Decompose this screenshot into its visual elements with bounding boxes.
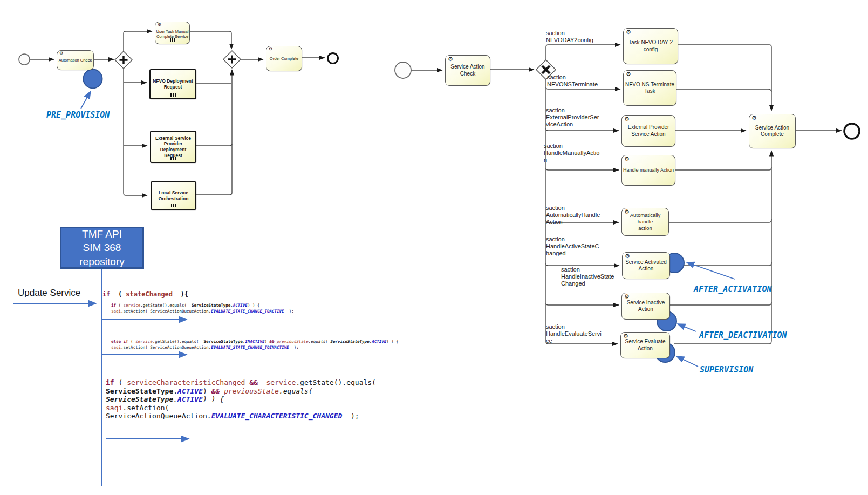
end-event-right[interactable] <box>844 124 859 139</box>
tmf-api-repository-box[interactable]: TMF API SIM 368 repository <box>60 227 144 269</box>
task-nfvo-day2-config[interactable]: ⚙ Task NFVO DAY 2 config <box>623 28 678 64</box>
task-label: External Provider Service Action <box>628 124 669 138</box>
supervision-annotation: SUPERVISION <box>700 365 753 375</box>
task-label: Service Inactive Action <box>627 300 665 313</box>
task-label: Order Complete <box>270 56 298 61</box>
pre-provision-arrow <box>81 91 91 109</box>
task-automatically-handle-action[interactable]: ⚙ Automatically handle action <box>621 208 669 236</box>
gear-icon: ⚙ <box>624 116 630 122</box>
gear-icon: ⚙ <box>626 29 631 35</box>
task-label: External Service Provider Deployment Req… <box>151 135 195 159</box>
flow-label-handleinactivestatechanged: saction HandleInactiveState Changed <box>561 266 614 287</box>
multi-instance-icon <box>170 93 176 97</box>
multi-instance-icon <box>170 38 175 42</box>
gear-icon: ⚙ <box>269 47 272 51</box>
gear-icon: ⚙ <box>751 115 757 121</box>
task-label: Service Activated Action <box>625 259 667 273</box>
gear-icon: ⚙ <box>624 294 630 300</box>
gear-icon: ⚙ <box>158 23 161 27</box>
parallel-gateway-split[interactable] <box>115 51 132 69</box>
gear-icon: ⚙ <box>624 156 630 162</box>
task-service-evaluate-action[interactable]: ⚙ Service Evaluate Action <box>620 332 670 358</box>
flow-label-handleactivestatechanged: saction HandleActiveStateC hanged <box>546 236 599 257</box>
gear-icon: ⚙ <box>59 51 63 56</box>
code-block-if-statechanged: if ( stateChanged ){ <box>102 290 188 298</box>
pre-provision-marker-circle[interactable] <box>84 70 102 89</box>
task-local-service-orchestration[interactable]: Local Service Orchestration <box>151 181 196 210</box>
task-label: Service Action Check <box>450 64 484 77</box>
task-service-activated-action[interactable]: ⚙ Service Activated Action <box>622 252 670 279</box>
gear-icon: ⚙ <box>448 56 453 62</box>
multi-instance-icon <box>171 204 176 207</box>
update-service-label: Update Service <box>18 288 80 299</box>
task-nfvo-ns-terminate[interactable]: ⚙ NFVO NS Terminate Task <box>623 70 676 106</box>
task-label: Service Evaluate Action <box>625 338 665 352</box>
gear-icon: ⚙ <box>623 333 628 339</box>
flow-label-handleevaluateservice: saction HandleEvaluateServi ce <box>546 323 602 344</box>
task-label: NFVO NS Terminate Task <box>625 82 674 95</box>
parallel-gateway-join[interactable] <box>223 51 241 68</box>
task-label: Local Service Orchestration <box>159 190 189 201</box>
code-block-toactive: if ( service.getState().equals( ServiceS… <box>111 303 294 314</box>
task-label: NFVO Deployment Request <box>153 78 193 90</box>
supervision-arrow <box>676 356 698 367</box>
after-activation-arrow <box>687 262 735 279</box>
start-event-left[interactable] <box>19 54 30 65</box>
task-handle-manually-action[interactable]: ⚙ Handle manually Action <box>621 155 675 186</box>
task-order-complete[interactable]: ⚙ Order Complete <box>266 46 302 71</box>
task-label: Service Action Complete <box>755 125 789 138</box>
task-label: Automation Check <box>59 58 92 63</box>
after-deactivation-arrow <box>678 324 696 331</box>
after-deactivation-annotation: AFTER_DEACTIVATION <box>699 330 787 340</box>
flow-label-externalproviderserviceaction: saction ExternalProviderSer viceAction <box>546 107 599 128</box>
task-nfvo-deployment-request[interactable]: NFVO Deployment Request <box>149 69 196 99</box>
task-service-inactive-action[interactable]: ⚙ Service Inactive Action <box>621 293 670 320</box>
task-service-action-complete[interactable]: ⚙ Service Action Complete <box>749 114 796 148</box>
task-label: Task NFVO DAY 2 config <box>628 39 673 53</box>
flow-label-automaticallyhandleaction: saction AutomaticallyHandle Action <box>546 205 600 226</box>
code-block-characteristic-changed: if ( serviceCharacteristicChanged && ser… <box>106 378 376 421</box>
flow-label-nfvoday2config: saction NFVODAY2config <box>546 30 593 44</box>
task-user-task-manual-complete-service[interactable]: ⚙ User Task Manual Complete Service <box>155 22 190 44</box>
start-event-right[interactable] <box>395 62 411 78</box>
gear-icon: ⚙ <box>625 253 630 259</box>
pre-provision-annotation: PRE_PROVISION <box>46 110 110 120</box>
task-label: Handle manually Action <box>623 167 674 173</box>
tmf-box-label: TMF API SIM 368 repository <box>79 227 124 269</box>
bpmn-canvas: ⚙ Automation Check ⚙ User Task Manual Co… <box>0 0 868 495</box>
task-external-service-provider-deployment-request[interactable]: External Service Provider Deployment Req… <box>150 131 196 163</box>
multi-instance-icon <box>170 157 176 160</box>
task-external-provider-service-action[interactable]: ⚙ External Provider Service Action <box>621 115 675 147</box>
task-label: User Task Manual Complete Service <box>156 27 189 39</box>
flow-label-nfvonsterminate: saction NFVONSTerminate <box>547 74 598 88</box>
flow-label-handlemanuallyaction: saction HandleManuallyActio n <box>544 143 599 164</box>
task-automation-check[interactable]: ⚙ Automation Check <box>57 50 94 70</box>
code-block-toinactive: else if ( service.getState().equals( Ser… <box>111 339 399 350</box>
task-service-action-check[interactable]: ⚙ Service Action Check <box>445 55 490 86</box>
gear-icon: ⚙ <box>624 209 630 215</box>
gear-icon: ⚙ <box>626 71 631 77</box>
after-activation-annotation: AFTER_ACTIVATION <box>694 284 772 294</box>
end-event-left[interactable] <box>328 53 338 64</box>
